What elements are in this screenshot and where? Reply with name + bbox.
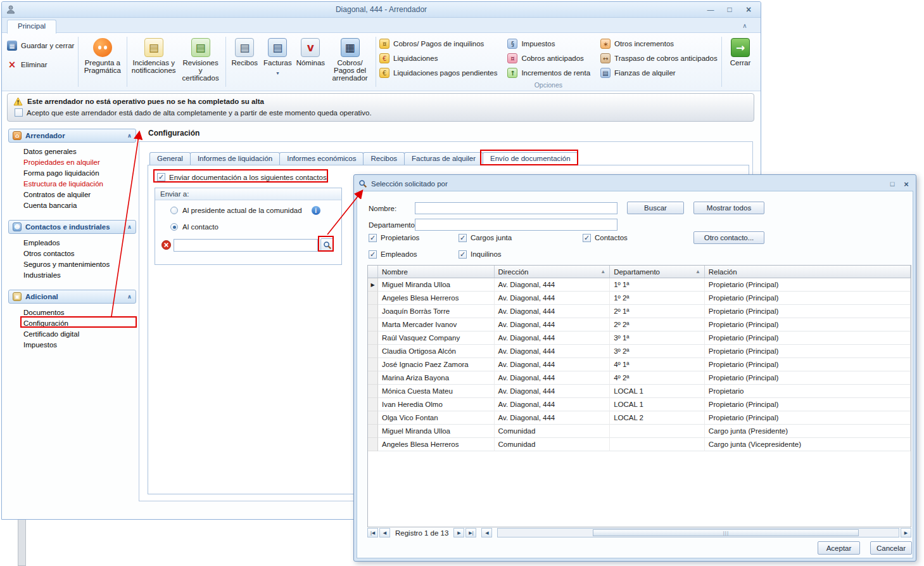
dialog-close-button[interactable] (901, 179, 911, 188)
tab-general[interactable]: General (149, 152, 191, 165)
contact-radio[interactable] (170, 223, 178, 231)
ribbon-button-guardar-y-cerrar[interactable]: Guardar y cerrar (7, 41, 74, 51)
tab-envio-de-documentacion[interactable]: Envío de documentación (483, 152, 578, 165)
sidebar-item-empleados[interactable]: Empleados (23, 239, 136, 247)
sidebar-item-impuestos[interactable]: Impuestos (23, 341, 136, 349)
table-row[interactable]: Joaquín Borràs TorreAv. Diagonal, 4442º … (368, 305, 911, 318)
sidebar-item-forma-pago-liquidacion[interactable]: Forma pago liquidación (23, 169, 136, 177)
scroll-left-button[interactable] (481, 528, 492, 537)
sidebar-section-arrendador[interactable]: Arrendador (8, 129, 136, 143)
contact-search-button[interactable] (320, 238, 334, 252)
ribbon-button-cobros-pagos-del-arrendador[interactable]: Cobros/ Pagos del arrendador (328, 35, 371, 83)
filter-checkbox-cargos-junta[interactable] (459, 234, 467, 242)
chevron-up-icon[interactable] (127, 293, 132, 300)
info-icon[interactable] (312, 206, 320, 215)
table-row[interactable]: Ivan Heredia OlmoAv. Diagonal, 444LOCAL … (368, 398, 911, 411)
sidebar-item-cuenta-bancaria[interactable]: Cuenta bancaria (23, 202, 136, 209)
nombre-input[interactable] (415, 202, 617, 214)
tab-recibos[interactable]: Recibos (363, 152, 405, 165)
sidebar-item-industriales[interactable]: Industriales (23, 271, 136, 279)
chevron-up-icon[interactable] (127, 224, 132, 230)
mostrar-todos-button[interactable]: Mostrar todos (693, 202, 764, 214)
contacts-icon (13, 222, 22, 231)
table-row[interactable]: Claudia Ortigosa AlcónAv. Diagonal, 4443… (368, 345, 911, 358)
row-selector (368, 385, 378, 398)
last-record-button[interactable] (465, 528, 476, 537)
accept-operative-checkbox[interactable] (15, 108, 23, 117)
ribbon-option-otros-incrementos[interactable]: Otros incrementos (600, 39, 718, 49)
ribbon-option-fianzas-de-alquiler[interactable]: Fianzas de alquiler (600, 68, 718, 78)
contact-input[interactable] (174, 239, 318, 252)
ribbon-option-cobros-anticipados[interactable]: Cobros anticipados (507, 53, 590, 63)
sidebar-item-otros-contactos[interactable]: Otros contactos (23, 250, 136, 257)
column-header-nombre[interactable]: Nombre (378, 266, 495, 278)
ribbon-option-incrementos-de-renta[interactable]: Incrementos de renta (507, 68, 590, 78)
filter-checkbox-empleados[interactable] (369, 250, 377, 259)
close-button[interactable] (740, 4, 757, 15)
sidebar-item-certificado-digital[interactable]: Certificado digital (23, 330, 136, 338)
table-row[interactable]: José Ignacio Paez ZamoraAv. Diagonal, 44… (368, 358, 911, 371)
ribbon-option-liquidaciones[interactable]: Liquidaciones (379, 53, 497, 63)
filter-checkbox-inquilinos[interactable] (459, 250, 467, 259)
sidebar-item-documentos[interactable]: Documentos (23, 309, 136, 316)
sidebar-item-contratos-de-alquiler[interactable]: Contratos de alquiler (23, 191, 136, 198)
table-row[interactable]: Angeles Blesa HerrerosAv. Diagonal, 4441… (368, 292, 911, 305)
column-header-departamento[interactable]: Departamento▲ (610, 266, 705, 278)
president-radio[interactable] (170, 207, 178, 214)
tab-facturas-de-alquiler[interactable]: Facturas de alquiler (404, 152, 483, 165)
ribbon-option-traspaso-de-cobros-anticipados[interactable]: Traspaso de cobros anticipados (600, 53, 718, 63)
chevron-up-icon[interactable] (127, 132, 132, 139)
table-row[interactable]: Mónica Cuesta MateuAv. Diagonal, 444LOCA… (368, 385, 911, 398)
ribbon-option-impuestos[interactable]: Impuestos (507, 39, 590, 49)
ribbon-button-nominas[interactable]: Nóminas (295, 35, 326, 68)
tab-informes-de-liquidacion[interactable]: Informes de liquidación (190, 152, 280, 165)
sidebar-item-seguros-y-mantenimientos[interactable]: Seguros y mantenimientos (23, 260, 136, 268)
ribbon-button-cerrar[interactable]: Cerrar (725, 35, 756, 68)
ribbon-button-revisiones-y-certificados[interactable]: Revisiones y certificados (179, 35, 222, 83)
ribbon-collapse-icon[interactable] (739, 20, 750, 30)
clear-contact-icon[interactable] (161, 240, 171, 250)
next-record-button[interactable] (453, 528, 464, 537)
filter-checkbox-contactos[interactable] (583, 234, 591, 242)
otro-contacto-button[interactable]: Otro contacto... (693, 231, 764, 244)
dialog-restore-button[interactable] (887, 179, 897, 188)
ribbon-button-facturas[interactable]: Facturas (262, 35, 293, 79)
ribbon-button-recibos[interactable]: Recibos (229, 35, 260, 68)
minimize-button[interactable] (702, 4, 719, 15)
send-docs-checkbox[interactable] (157, 173, 165, 181)
ribbon-button-incidencias-y-notificaciones[interactable]: Incidencias y notificaciones (130, 35, 177, 75)
tab-informes-economicos[interactable]: Informes económicos (279, 152, 364, 165)
departamento-input[interactable] (415, 219, 617, 231)
scroll-right-button[interactable] (901, 528, 911, 537)
table-row[interactable]: Miguel Miranda UlloaComunidadCargo junta… (368, 425, 911, 438)
table-row[interactable]: Olga Vico FontanAv. Diagonal, 444LOCAL 2… (368, 411, 911, 425)
table-row[interactable]: ▶Miguel Miranda UlloaAv. Diagonal, 4441º… (368, 278, 911, 292)
cell-nombre: Mónica Cuesta Mateu (378, 385, 495, 398)
filter-checkbox-propietarios[interactable] (369, 234, 377, 242)
scrollbar-thumb[interactable] (593, 529, 859, 536)
first-record-button[interactable] (367, 528, 378, 537)
ribbon-button-pregunta-a-pragmatica[interactable]: Pregunta a Pragmática (82, 35, 123, 75)
ribbon-tab-principal[interactable]: Principal (7, 20, 56, 34)
sidebar-item-propiedades-en-alquiler[interactable]: Propiedades en alquiler (23, 158, 136, 166)
sidebar-item-estructura-de-liquidacion[interactable]: Estructura de liquidación (23, 180, 136, 188)
ribbon-option-liquidaciones-pagos-pendientes[interactable]: Liquidaciones pagos pendientes (379, 68, 497, 78)
table-row[interactable]: Marina Ariza BayonaAv. Diagonal, 4444º 2… (368, 371, 911, 385)
buscar-button[interactable]: Buscar (627, 202, 684, 214)
table-row[interactable]: Raúl Vasquez CompanyAv. Diagonal, 4443º … (368, 331, 911, 345)
sidebar-item-datos-generales[interactable]: Datos generales (23, 148, 136, 155)
column-header-relacion[interactable]: Relación (705, 266, 911, 278)
column-header-direccion[interactable]: Dirección▲ (495, 266, 611, 278)
sidebar-section-contactos-e-industriales[interactable]: Contactos e industriales (8, 220, 136, 234)
previous-record-button[interactable] (379, 528, 390, 537)
restore-button[interactable] (721, 4, 738, 15)
sidebar-section-adicional[interactable]: Adicional (8, 290, 136, 304)
sidebar-item-configuracion[interactable]: Configuración (23, 319, 136, 327)
aceptar-button[interactable]: Aceptar (818, 541, 860, 555)
horizontal-scrollbar[interactable] (497, 528, 899, 537)
ribbon-option-cobros-pagos-de-inquilinos[interactable]: Cobros/ Pagos de inquilinos (379, 39, 497, 49)
cancelar-button[interactable]: Cancelar (870, 541, 912, 555)
table-row[interactable]: Marta Mercader IvanovAv. Diagonal, 4442º… (368, 318, 911, 331)
ribbon-button-eliminar[interactable]: Eliminar (7, 60, 74, 70)
table-row[interactable]: Angeles Blesa HerrerosComunidadCargo jun… (368, 438, 911, 451)
